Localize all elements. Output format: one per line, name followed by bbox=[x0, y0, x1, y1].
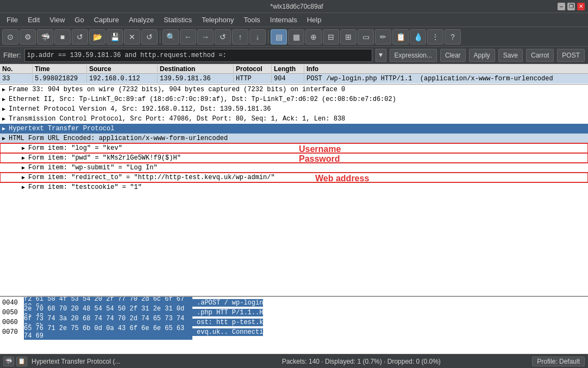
expand-arrow: ▶ bbox=[22, 155, 28, 161]
expand-arrow: ▶ bbox=[22, 184, 28, 191]
packet-detail: ▶ Frame 33: 904 bytes on wire (7232 bits… bbox=[0, 85, 588, 296]
window-controls: – ❐ ✕ bbox=[558, 3, 585, 10]
toolbar-rules-btn[interactable]: 📋 bbox=[392, 29, 409, 45]
packet-list: No. Time Source Destination Protocol Len… bbox=[0, 64, 588, 85]
detail-text-ip: Internet Protocol Version 4, Src: 192.16… bbox=[9, 105, 271, 113]
toolbar-zoom-btn[interactable]: ⊟ bbox=[323, 29, 339, 45]
col-header-dest: Destination bbox=[158, 65, 234, 73]
packet-source: 192.168.0.112 bbox=[87, 75, 158, 83]
detail-text-ethernet: Ethernet II, Src: Tp-LinkT_0c:89:af (18:… bbox=[9, 96, 396, 103]
menu-file[interactable]: File bbox=[2, 15, 22, 25]
toolbar-pane1-btn[interactable]: ▤ bbox=[271, 29, 287, 45]
expand-arrow: ▶ bbox=[2, 86, 9, 93]
menu-capture[interactable]: Capture bbox=[90, 15, 123, 25]
hex-offset: 0050 bbox=[2, 309, 24, 316]
toolbar-options-btn[interactable]: ⚙ bbox=[20, 29, 36, 45]
titlebar: *wlx18d6c70c89af – ❐ ✕ bbox=[0, 0, 588, 13]
toolbar: ⊙ ⚙ 🦈 ■ ↺ 📂 💾 ✕ ↺ 🔍 ← → ↺ ↑ ↓ ▤ ▦ ⊕ ⊟ ⊞ … bbox=[0, 27, 588, 47]
toolbar-shark-btn[interactable]: 🦈 bbox=[37, 29, 53, 45]
menu-go[interactable]: Go bbox=[70, 15, 88, 25]
toolbar-up-btn[interactable]: ↑ bbox=[232, 29, 248, 45]
toolbar-restart-btn[interactable]: ↺ bbox=[72, 29, 88, 45]
form-item-log-container: ▶ Form item: "log" = "kev" Username bbox=[0, 143, 588, 153]
detail-row-http[interactable]: ▶ Hypertext Transfer Protocol bbox=[0, 124, 588, 134]
form-item-pwd-container: ▶ Form item: "pwd" = "kMs2rlGe5WK!f9($)H… bbox=[0, 153, 588, 163]
toolbar-drop-btn[interactable]: 💧 bbox=[410, 29, 426, 45]
menu-analyze[interactable]: Analyze bbox=[124, 15, 158, 25]
menu-telephony[interactable]: Telephony bbox=[197, 15, 238, 25]
detail-row-form[interactable]: ▶ HTML Form URL Encoded: application/x-w… bbox=[0, 134, 588, 143]
hex-ascii: ost: htt p-test.k bbox=[192, 319, 263, 326]
detail-row-frame[interactable]: ▶ Frame 33: 904 bytes on wire (7232 bits… bbox=[0, 85, 588, 94]
filter-label: Filter: bbox=[3, 51, 21, 59]
col-header-time: Time bbox=[33, 65, 87, 73]
toolbar-pane2-btn[interactable]: ▦ bbox=[288, 29, 304, 45]
detail-text-redirect: Form item: "redirect_to" = "http://http-… bbox=[28, 174, 275, 181]
detail-text-testcookie: Form item: "testcookie" = "1" bbox=[28, 183, 142, 191]
toolbar-goto-btn[interactable]: ↺ bbox=[215, 29, 231, 45]
clear-button[interactable]: Clear bbox=[440, 49, 466, 62]
menu-internals[interactable]: Internals bbox=[266, 15, 302, 25]
status-icons: 🦈 📋 bbox=[3, 357, 27, 366]
status-profile: Profile: Default bbox=[532, 357, 585, 366]
packet-dest: 139.59.181.36 bbox=[158, 75, 234, 83]
status-packets: Packets: 140 · Displayed: 1 (0.7%) · Dro… bbox=[282, 358, 528, 365]
toolbar-open-btn[interactable]: 📂 bbox=[89, 29, 105, 45]
toolbar-edit-btn[interactable]: ✏ bbox=[375, 29, 391, 45]
filter-input[interactable] bbox=[24, 49, 372, 62]
filter-dropdown-btn[interactable]: ▼ bbox=[376, 49, 386, 62]
toolbar-win-btn[interactable]: ▭ bbox=[358, 29, 374, 45]
toolbar-more-btn[interactable]: ⋮ bbox=[427, 29, 443, 45]
expression-button[interactable]: Expression... bbox=[390, 49, 437, 62]
hex-offset: 0060 bbox=[2, 319, 24, 326]
menu-help[interactable]: Help bbox=[303, 15, 326, 25]
apply-button[interactable]: Apply bbox=[469, 49, 495, 62]
close-button[interactable]: ✕ bbox=[577, 3, 585, 10]
toolbar-forward-btn[interactable]: → bbox=[197, 29, 214, 45]
toolbar-sep-1 bbox=[160, 30, 160, 43]
menu-view[interactable]: View bbox=[45, 15, 69, 25]
restore-button[interactable]: ❐ bbox=[567, 3, 575, 10]
detail-row-form-testcookie[interactable]: ▶ Form item: "testcookie" = "1" bbox=[0, 182, 588, 192]
table-row[interactable]: 33 5.998021829 192.168.0.112 139.59.181.… bbox=[0, 74, 588, 84]
col-header-protocol: Protocol bbox=[234, 65, 272, 73]
hex-offset: 0070 bbox=[2, 328, 24, 336]
detail-row-ethernet[interactable]: ▶ Ethernet II, Src: Tp-LinkT_0c:89:af (1… bbox=[0, 94, 588, 104]
detail-row-form-log[interactable]: ▶ Form item: "log" = "kev" bbox=[0, 143, 588, 153]
toolbar-reload-btn[interactable]: ↺ bbox=[141, 29, 158, 45]
menu-tools[interactable]: Tools bbox=[239, 15, 264, 25]
toolbar-close-btn[interactable]: ✕ bbox=[124, 29, 140, 45]
col-header-info: Info bbox=[304, 65, 588, 73]
detail-row-tcp[interactable]: ▶ Transmission Control Protocol, Src Por… bbox=[0, 114, 588, 124]
toolbar-colorize-btn[interactable]: ⊕ bbox=[305, 29, 322, 45]
menu-edit[interactable]: Edit bbox=[23, 15, 44, 25]
hex-offset: 0040 bbox=[2, 299, 24, 307]
statusbar: 🦈 📋 Hypertext Transfer Protocol (... Pac… bbox=[0, 354, 588, 368]
save-button[interactable]: Save bbox=[498, 49, 523, 62]
toolbar-interfaces-btn[interactable]: ⊙ bbox=[2, 29, 18, 45]
detail-text-frame: Frame 33: 904 bytes on wire (7232 bits),… bbox=[9, 86, 345, 93]
col-header-length: Length bbox=[272, 65, 304, 73]
minimize-button[interactable]: – bbox=[558, 3, 565, 10]
toolbar-save-btn[interactable]: 💾 bbox=[107, 29, 123, 45]
detail-row-ip[interactable]: ▶ Internet Protocol Version 4, Src: 192.… bbox=[0, 104, 588, 114]
status-icon-2[interactable]: 📋 bbox=[16, 357, 27, 366]
menubar: File Edit View Go Capture Analyze Statis… bbox=[0, 13, 588, 27]
detail-row-form-redirect[interactable]: ▶ Form item: "redirect_to" = "http://htt… bbox=[0, 173, 588, 182]
toolbar-back-btn[interactable]: ← bbox=[180, 29, 196, 45]
toolbar-help-btn[interactable]: ? bbox=[445, 29, 461, 45]
detail-text-tcp: Transmission Control Protocol, Src Port:… bbox=[9, 115, 345, 123]
carrot-button[interactable]: Carrot bbox=[526, 49, 554, 62]
detail-row-form-pwd[interactable]: ▶ Form item: "pwd" = "kMs2rlGe5WK!f9($)H… bbox=[0, 153, 588, 163]
hex-ascii: .aPOST / wp-login bbox=[192, 299, 263, 307]
menu-statistics[interactable]: Statistics bbox=[159, 15, 196, 25]
post-button[interactable]: POST bbox=[557, 49, 585, 62]
expand-arrow: ▶ bbox=[22, 145, 28, 151]
status-icon-1[interactable]: 🦈 bbox=[3, 357, 14, 366]
toolbar-zoom2-btn[interactable]: ⊞ bbox=[340, 29, 356, 45]
packet-protocol: HTTP bbox=[234, 75, 272, 83]
toolbar-down-btn[interactable]: ↓ bbox=[249, 29, 266, 45]
toolbar-stop-btn[interactable]: ■ bbox=[54, 29, 71, 45]
detail-row-form-submit[interactable]: ▶ Form item: "wp-submit" = "Log In" bbox=[0, 163, 588, 173]
toolbar-search-btn[interactable]: 🔍 bbox=[162, 29, 179, 45]
